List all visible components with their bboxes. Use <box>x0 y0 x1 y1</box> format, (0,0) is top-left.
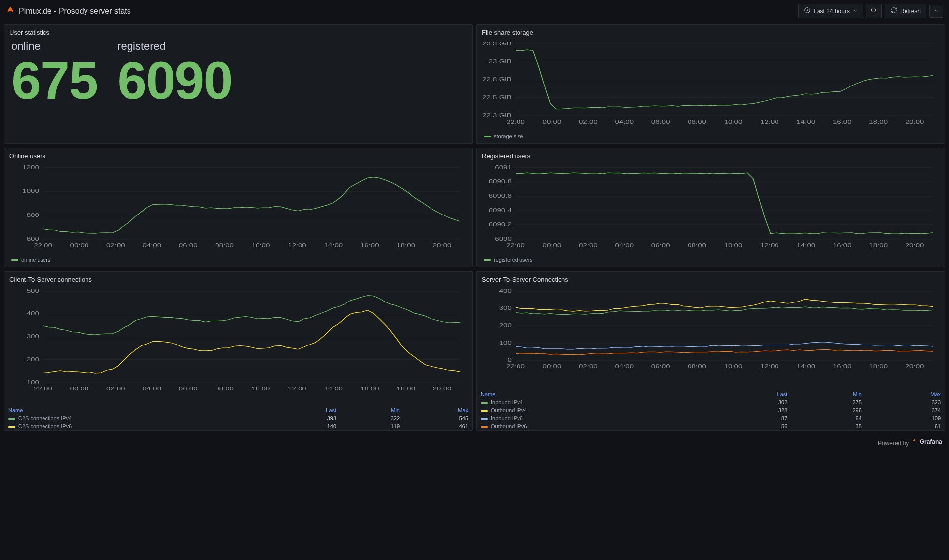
panel-s2s-connections[interactable]: Server-To-Server Connections 01002003004… <box>476 271 945 431</box>
panel-file-share-storage[interactable]: File share storage 22.3 GiB22.5 GiB22.8 … <box>476 24 945 144</box>
svg-text:04:00: 04:00 <box>615 119 634 125</box>
chart-c2s[interactable]: 10020030040050022:0000:0002:0004:0006:00… <box>6 287 467 393</box>
svg-text:10:00: 10:00 <box>724 363 743 370</box>
svg-text:14:00: 14:00 <box>324 386 343 392</box>
svg-text:100: 100 <box>499 340 512 346</box>
svg-text:06:00: 06:00 <box>179 386 198 392</box>
legend-item[interactable]: online users <box>11 257 50 263</box>
svg-text:400: 400 <box>499 288 512 294</box>
footer: Powered by Grafana <box>0 434 949 451</box>
svg-text:12:00: 12:00 <box>288 242 306 249</box>
panel-title: Registered users <box>477 148 945 162</box>
zoom-out-button[interactable] <box>866 4 882 18</box>
panel-user-statistics[interactable]: User statistics online 675 registered 60… <box>4 24 473 144</box>
svg-text:20:00: 20:00 <box>906 242 924 249</box>
svg-text:02:00: 02:00 <box>579 242 598 249</box>
legend-row[interactable]: Outbound IPv4328296374 <box>477 406 945 414</box>
refresh-button[interactable]: Refresh <box>885 4 926 18</box>
panel-registered-users[interactable]: Registered users 60906090.26090.46090.66… <box>476 148 945 267</box>
refresh-interval-button[interactable] <box>929 5 943 18</box>
legend-row[interactable]: C2S connections IPv4393322545 <box>4 414 472 422</box>
legend-item[interactable]: storage size <box>484 133 523 139</box>
svg-text:22:00: 22:00 <box>506 242 525 249</box>
grafana-link[interactable]: Grafana <box>911 438 942 445</box>
chart-registered-users[interactable]: 60906090.26090.46090.66090.8609122:0000:… <box>479 164 940 250</box>
svg-text:300: 300 <box>27 333 39 340</box>
svg-text:6091: 6091 <box>495 164 512 171</box>
panel-title: File share storage <box>477 25 945 38</box>
svg-text:10:00: 10:00 <box>724 242 743 249</box>
svg-text:18:00: 18:00 <box>396 386 415 392</box>
svg-text:00:00: 00:00 <box>70 242 89 249</box>
svg-text:04:00: 04:00 <box>615 242 634 249</box>
svg-text:08:00: 08:00 <box>215 242 234 249</box>
svg-text:200: 200 <box>27 356 39 363</box>
svg-text:0: 0 <box>507 357 511 363</box>
clock-icon <box>804 7 811 15</box>
panel-title: Online users <box>4 148 472 162</box>
svg-text:400: 400 <box>27 310 39 317</box>
svg-text:22.8 GiB: 22.8 GiB <box>482 76 512 83</box>
col-name[interactable]: Name <box>477 390 712 398</box>
chart-online-users[interactable]: 6008001000120022:0000:0002:0004:0006:000… <box>6 164 467 250</box>
svg-text:04:00: 04:00 <box>142 242 161 249</box>
svg-text:02:00: 02:00 <box>579 363 598 370</box>
col-min[interactable]: Min <box>340 406 404 414</box>
stat-registered: registered 6090 <box>117 40 232 107</box>
time-range-label: Last 24 hours <box>814 8 850 15</box>
chevron-down-icon <box>934 8 939 15</box>
svg-text:100: 100 <box>27 379 39 386</box>
col-min[interactable]: Min <box>791 390 865 398</box>
svg-text:23 GiB: 23 GiB <box>489 58 512 65</box>
svg-text:10:00: 10:00 <box>252 242 270 249</box>
legend-row[interactable]: Outbound IPv6563561 <box>477 422 945 430</box>
svg-text:08:00: 08:00 <box>688 119 706 125</box>
svg-text:18:00: 18:00 <box>869 119 888 125</box>
col-max[interactable]: Max <box>865 390 945 398</box>
stat-value: 6090 <box>117 54 232 107</box>
svg-text:20:00: 20:00 <box>433 242 452 249</box>
svg-text:22.5 GiB: 22.5 GiB <box>482 94 512 101</box>
svg-text:00:00: 00:00 <box>543 119 561 125</box>
svg-text:18:00: 18:00 <box>396 242 415 249</box>
panel-title: User statistics <box>4 25 472 38</box>
svg-text:14:00: 14:00 <box>796 242 815 249</box>
legend-row[interactable]: C2S connections IPv6140119461 <box>4 422 472 430</box>
svg-text:08:00: 08:00 <box>688 242 706 249</box>
legend-table: Name Last Min Max C2S connections IPv439… <box>4 406 472 430</box>
svg-text:20:00: 20:00 <box>433 386 452 392</box>
svg-text:20:00: 20:00 <box>906 363 924 370</box>
chart-s2s[interactable]: 010020030040022:0000:0002:0004:0006:0008… <box>479 287 940 371</box>
svg-text:06:00: 06:00 <box>179 242 198 249</box>
page-header: Pimux.de - Prosody server stats Last 24 … <box>0 0 949 22</box>
svg-text:10:00: 10:00 <box>724 119 743 125</box>
col-name[interactable]: Name <box>4 406 272 414</box>
svg-text:00:00: 00:00 <box>543 363 561 370</box>
svg-text:08:00: 08:00 <box>688 363 706 370</box>
svg-text:12:00: 12:00 <box>760 363 779 370</box>
legend-item[interactable]: registered users <box>484 257 533 263</box>
grafana-logo-icon <box>6 6 15 16</box>
col-max[interactable]: Max <box>404 406 472 414</box>
legend-table: Name Last Min Max Inbound IPv4302275323O… <box>477 390 945 430</box>
svg-text:02:00: 02:00 <box>106 242 125 249</box>
svg-text:18:00: 18:00 <box>869 242 888 249</box>
svg-text:22:00: 22:00 <box>506 119 525 125</box>
time-range-button[interactable]: Last 24 hours <box>798 4 863 18</box>
svg-text:1000: 1000 <box>22 188 39 194</box>
svg-text:04:00: 04:00 <box>615 363 634 370</box>
panel-online-users[interactable]: Online users 6008001000120022:0000:0002:… <box>4 148 473 267</box>
svg-text:06:00: 06:00 <box>651 363 670 370</box>
svg-text:10:00: 10:00 <box>252 386 270 392</box>
svg-text:00:00: 00:00 <box>543 242 561 249</box>
svg-text:16:00: 16:00 <box>360 386 379 392</box>
legend-row[interactable]: Inbound IPv4302275323 <box>477 398 945 406</box>
svg-text:20:00: 20:00 <box>906 119 924 125</box>
panel-c2s-connections[interactable]: Client-To-Server connections 10020030040… <box>4 271 473 431</box>
chart-file-share[interactable]: 22.3 GiB22.5 GiB22.8 GiB23 GiB23.3 GiB22… <box>479 40 940 127</box>
col-last[interactable]: Last <box>272 406 340 414</box>
chevron-down-icon <box>853 8 858 15</box>
legend-row[interactable]: Inbound IPv68764109 <box>477 414 945 422</box>
col-last[interactable]: Last <box>712 390 791 398</box>
svg-text:16:00: 16:00 <box>833 363 852 370</box>
